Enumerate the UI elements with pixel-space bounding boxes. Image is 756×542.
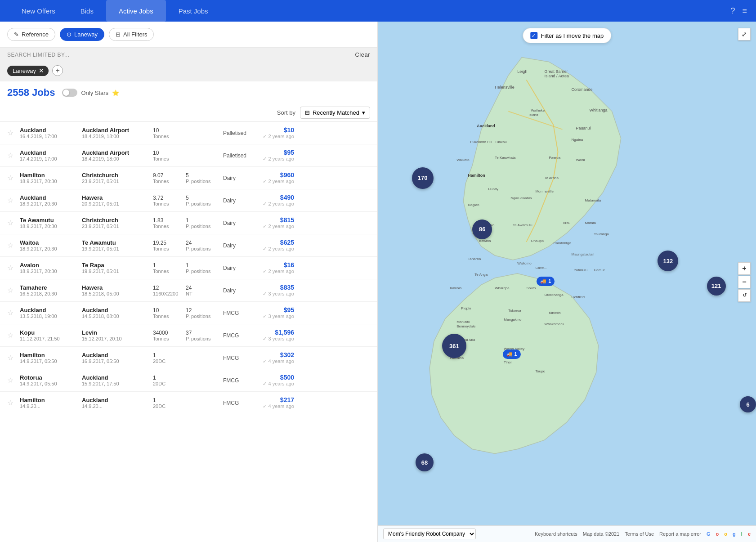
- nav-item-active-jobs[interactable]: Active Jobs: [106, 0, 166, 22]
- svg-text:Waitomo: Waitomo: [517, 261, 532, 265]
- job-type: FMCG: [223, 377, 255, 384]
- map-container[interactable]: Leigh Helensville Great Barrier Island /…: [378, 22, 756, 542]
- job-age: ✓ 2 years ago: [258, 156, 294, 162]
- job-row[interactable]: ☆ Kopu 11.12.2017, 21:50 Levin 15.12.201…: [0, 324, 377, 347]
- tag-close-button[interactable]: ✕: [39, 67, 44, 74]
- star-button[interactable]: ☆: [7, 376, 16, 385]
- job-row[interactable]: ☆ Auckland 16.4.2019, 17:00 Auckland Air…: [0, 122, 377, 144]
- cluster-86[interactable]: 86: [472, 219, 492, 239]
- top-navigation: New Offers Bids Active Jobs Past Jobs ? …: [0, 0, 756, 22]
- job-from: Tamahere 16.5.2018, 20:30: [20, 284, 78, 296]
- report-map-error-link[interactable]: Report a map error: [659, 531, 701, 537]
- svg-text:Maungatautari: Maungatautari: [572, 252, 595, 256]
- job-age: ✓ 3 years ago: [258, 291, 294, 297]
- job-price-age: $625 ✓ 2 years ago: [258, 239, 294, 252]
- job-row[interactable]: ☆ Waitoa 18.9.2017, 20:30 Te Awamutu 19.…: [0, 234, 377, 257]
- svg-text:Hamilton: Hamilton: [468, 173, 485, 178]
- nav-item-past-jobs[interactable]: Past Jobs: [166, 0, 221, 22]
- expand-map-button[interactable]: ⤢: [738, 28, 751, 40]
- star-button[interactable]: ☆: [7, 151, 16, 160]
- job-price-age: $1,596 ✓ 3 years ago: [258, 329, 294, 342]
- job-from: Waitoa 18.9.2017, 20:30: [20, 239, 78, 251]
- job-price: $95: [258, 149, 294, 156]
- job-price: $835: [258, 284, 294, 291]
- job-to: Levin 15.12.2017, 20:10: [82, 329, 149, 341]
- add-filter-button[interactable]: +: [52, 65, 63, 76]
- svg-text:Te Aroha: Te Aroha: [544, 176, 559, 180]
- job-weight: 1 20DC: [153, 375, 182, 386]
- jobs-header: 2558 Jobs Only Stars ⭐: [0, 81, 377, 104]
- job-row[interactable]: ☆ Hamilton 14.9.2017, 05:50 Auckland 16.…: [0, 347, 377, 369]
- job-from: Hamilton 18.9.2017, 20:30: [20, 172, 78, 184]
- job-type: Dairy: [223, 242, 255, 249]
- job-row[interactable]: ☆ Te Awamutu 18.9.2017, 20:30 Christchur…: [0, 212, 377, 234]
- reference-filter-button[interactable]: ✎ Reference: [7, 28, 55, 41]
- job-price: $10: [258, 126, 294, 134]
- star-button[interactable]: ☆: [7, 286, 16, 295]
- svg-text:Maniaiti/: Maniaiti/: [456, 320, 470, 324]
- job-age: ✓ 2 years ago: [258, 224, 294, 229]
- truck-marker-2[interactable]: 🚚 1: [503, 349, 521, 359]
- star-button[interactable]: ☆: [7, 309, 16, 317]
- job-row[interactable]: ☆ Auckland 13.5.2018, 19:00 Auckland 14.…: [0, 302, 377, 324]
- star-button[interactable]: ☆: [7, 219, 16, 227]
- job-row[interactable]: ☆ Tamahere 16.5.2018, 20:30 Hawera 18.5.…: [0, 279, 377, 302]
- sort-select[interactable]: ⊟ Recently Matched ▾: [300, 107, 370, 119]
- left-panel: ✎ Reference ⊙ Laneway ⊟ All Filters SEAR…: [0, 22, 378, 542]
- nav-item-bids[interactable]: Bids: [68, 0, 106, 22]
- job-from: Rotorua 14.9.2017, 05:50: [20, 374, 78, 386]
- star-button[interactable]: ☆: [7, 129, 16, 137]
- job-price: $16: [258, 261, 294, 269]
- job-row[interactable]: ☆ Auckland 17.4.2019, 17:00 Auckland Air…: [0, 144, 377, 167]
- job-from: Avalon 18.9.2017, 20:30: [20, 262, 78, 274]
- filter-as-move-button[interactable]: ✓ Filter as I move the map: [523, 28, 611, 43]
- job-row[interactable]: ☆ Rotorua 14.9.2017, 05:50 Auckland 15.9…: [0, 369, 377, 392]
- job-row[interactable]: ☆ Hamilton 14.9.20... Auckland 14.9.20..…: [0, 392, 377, 414]
- star-button[interactable]: ☆: [7, 174, 16, 182]
- job-row[interactable]: ☆ Hamilton 18.9.2017, 20:30 Christchurch…: [0, 167, 377, 189]
- cluster-170[interactable]: 170: [412, 167, 434, 189]
- truck-marker-1[interactable]: 🚚 1: [537, 277, 555, 286]
- edit-icon: ✎: [14, 31, 19, 38]
- star-button[interactable]: ☆: [7, 331, 16, 340]
- cluster-121[interactable]: 121: [707, 277, 726, 296]
- job-from: Auckland 16.4.2019, 17:00: [20, 127, 78, 139]
- star-button[interactable]: ☆: [7, 241, 16, 250]
- svg-text:Te Awamutu: Te Awamutu: [513, 223, 532, 227]
- star-button[interactable]: ☆: [7, 354, 16, 362]
- cluster-361[interactable]: 361: [442, 334, 466, 358]
- job-from: Hamilton 14.9.20...: [20, 397, 78, 409]
- nav-item-new-offers[interactable]: New Offers: [9, 0, 68, 22]
- reset-bearing-button[interactable]: ↺: [738, 289, 751, 302]
- svg-text:Tauranga: Tauranga: [594, 232, 609, 236]
- job-price: $500: [258, 374, 294, 381]
- svg-text:Mangakino: Mangakino: [504, 318, 522, 322]
- zoom-in-button[interactable]: +: [738, 262, 751, 275]
- job-from: Te Awamutu 18.9.2017, 20:30: [20, 217, 78, 229]
- laneway-filter-button[interactable]: ⊙ Laneway: [60, 28, 104, 41]
- cluster-6[interactable]: 6: [740, 396, 756, 412]
- star-button[interactable]: ☆: [7, 399, 16, 407]
- job-weight: 1 20DC: [153, 352, 182, 364]
- only-stars-toggle[interactable]: Only Stars ⭐: [62, 89, 119, 97]
- job-price: $1,596: [258, 329, 294, 336]
- job-type: Dairy: [223, 287, 255, 294]
- svg-text:Lichfield: Lichfield: [572, 295, 585, 299]
- help-icon[interactable]: ?: [730, 6, 735, 16]
- job-row[interactable]: ☆ Avalon 18.9.2017, 20:30 Te Rapa 19.9.2…: [0, 257, 377, 279]
- svg-text:Cave...: Cave...: [535, 266, 546, 270]
- keyboard-shortcuts-link[interactable]: Keyboard shortcuts: [535, 531, 577, 537]
- only-stars-switch[interactable]: [62, 89, 77, 97]
- company-select[interactable]: Mom's Friendly Robot Company: [383, 529, 476, 539]
- svg-text:Leigh: Leigh: [517, 69, 527, 74]
- svg-text:Pauanui: Pauanui: [576, 126, 591, 130]
- job-positions: 5P. positions: [186, 195, 219, 206]
- job-row[interactable]: ☆ Auckland 18.9.2017, 20:30 Hawera 20.9.…: [0, 189, 377, 212]
- menu-icon[interactable]: ≡: [742, 6, 747, 16]
- zoom-out-button[interactable]: −: [738, 276, 751, 288]
- terms-of-use-link[interactable]: Terms of Use: [625, 531, 654, 537]
- star-button[interactable]: ☆: [7, 264, 16, 272]
- clear-button[interactable]: Clear: [355, 51, 370, 58]
- all-filters-button[interactable]: ⊟ All Filters: [109, 28, 154, 41]
- star-button[interactable]: ☆: [7, 196, 16, 205]
